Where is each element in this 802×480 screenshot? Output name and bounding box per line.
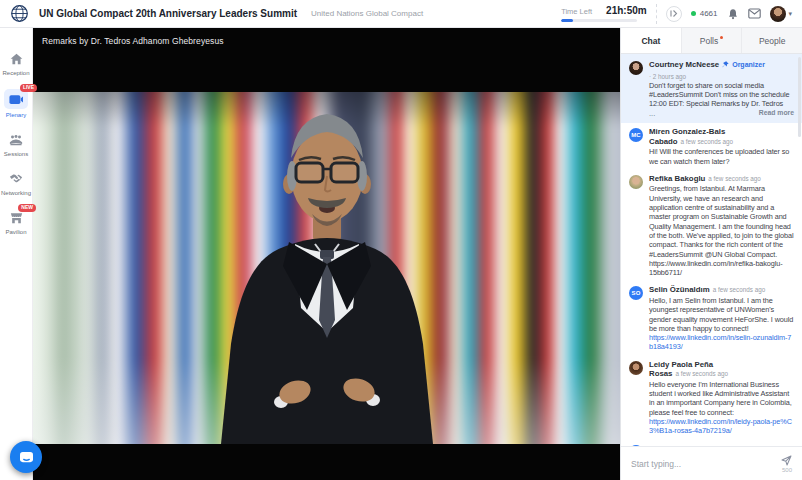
read-more-link[interactable]: Read more	[759, 109, 794, 118]
send-button[interactable]: 500	[781, 455, 792, 473]
tab-chat-label: Chat	[641, 36, 660, 46]
sidebar-item-sessions[interactable]: Sessions	[0, 131, 32, 157]
expo-icon	[10, 212, 23, 224]
message-time: a few seconds ago	[739, 445, 792, 446]
sidebar-item-networking[interactable]: Networking	[0, 170, 32, 196]
sidebar-item-pavilion[interactable]: NEW Pavilion	[0, 209, 32, 235]
avatar: MC	[629, 128, 643, 142]
char-limit: 500	[782, 467, 792, 473]
chat-input[interactable]	[631, 459, 773, 469]
viewer-count-value: 4661	[700, 9, 718, 18]
window-light	[33, 92, 123, 444]
networking-icon	[9, 173, 23, 184]
tab-polls[interactable]: Polls	[682, 28, 743, 53]
tab-people-label: People	[759, 36, 785, 46]
avatar: KV	[629, 445, 643, 446]
chat-scrollbar[interactable]	[798, 57, 801, 137]
avatar	[629, 361, 643, 375]
sidebar-item-label: Networking	[1, 190, 31, 196]
chevron-down-icon: ▾	[788, 10, 792, 18]
top-header: UN Global Compact 20th Anniversary Leade…	[0, 0, 802, 28]
new-badge: NEW	[18, 204, 36, 212]
pinned-message: Courtney McNeese Organizer 2 hours ago D…	[621, 54, 802, 123]
message-time: a few seconds ago	[681, 138, 734, 145]
chat-message: SO Selin Özünaldıma few seconds ago Hell…	[621, 281, 802, 355]
event-organization: United Nations Global Compact	[311, 9, 423, 18]
sidebar-item-plenary[interactable]: LIVE Plenary	[0, 89, 32, 118]
video-stage: Remarks by Dr. Tedros Adhanom Ghebreyesu…	[33, 28, 620, 480]
messages-button[interactable]	[748, 7, 761, 20]
notifications-button[interactable]	[726, 7, 739, 20]
stage-icon	[9, 94, 23, 105]
message-time: 2 hours ago	[649, 73, 686, 80]
chat-message: Leidy Paola Peña Rosasa few seconds ago …	[621, 356, 802, 440]
time-left-widget: Time Left 21h:50m	[561, 5, 647, 22]
message-author: Courtney McNeese	[649, 60, 719, 70]
speaker-figure	[177, 92, 477, 444]
send-icon	[781, 455, 792, 466]
message-ellipsis: ...	[649, 109, 655, 118]
sidebar-item-label: Plenary	[6, 112, 26, 118]
time-left-value: 21h:50m	[606, 5, 647, 16]
pin-icon	[722, 61, 729, 68]
support-chat-launcher[interactable]	[10, 441, 42, 473]
event-app: UN Global Compact 20th Anniversary Leade…	[0, 0, 802, 480]
chat-message: KV Koshy Ampat Varghesea few seconds ago…	[621, 440, 802, 446]
sessions-icon	[9, 134, 23, 146]
sidebar-item-reception[interactable]: Reception	[0, 50, 32, 76]
un-global-compact-logo-icon	[10, 4, 29, 23]
message-link[interactable]: https://www.linkedin.com/in/leidy-paola-…	[649, 417, 794, 436]
live-badge: LIVE	[20, 84, 37, 92]
envelope-icon	[748, 8, 761, 19]
home-icon	[10, 53, 23, 65]
message-text: Don't forget to share on social media #L…	[649, 81, 794, 109]
message-text: Hello everyone I'm International Busines…	[649, 380, 794, 417]
tab-people[interactable]: People	[742, 28, 802, 53]
profile-menu-button[interactable]: ▾	[770, 6, 792, 22]
sidebar-item-label: Sessions	[4, 151, 28, 157]
avatar: SO	[629, 286, 643, 300]
message-text: Hi! Will the conferences be uploaded lat…	[649, 147, 794, 166]
sidebar-item-label: Pavilion	[5, 229, 26, 235]
time-progress-fill	[561, 19, 572, 22]
message-text: Hello, I am Selin from Istanbul. I am th…	[649, 296, 794, 333]
header-divider	[656, 4, 657, 24]
message-author: Koshy Ampat Varghese	[649, 444, 736, 446]
message-author: Selin Özünaldım	[649, 285, 710, 294]
bell-icon	[727, 8, 739, 20]
collapse-panel-button[interactable]	[666, 6, 682, 22]
viewer-count: 4661	[691, 9, 718, 18]
chat-message: Refika Bakoglua few seconds ago Greeting…	[621, 170, 802, 281]
chat-composer: 500	[621, 446, 802, 480]
video-frame	[33, 92, 620, 444]
user-avatar	[770, 6, 786, 22]
sidebar-item-label: Reception	[2, 70, 29, 76]
message-text: Greetings, from Istanbul. At Marmara Uni…	[649, 184, 794, 277]
polls-notification-dot	[720, 36, 723, 39]
online-dot-icon	[691, 11, 696, 16]
tab-chat[interactable]: Chat	[621, 28, 682, 53]
message-time: a few seconds ago	[708, 175, 761, 182]
avatar	[629, 61, 643, 75]
chat-bubble-icon	[19, 451, 34, 464]
tab-polls-label: Polls	[700, 36, 718, 46]
video-overlay-title: Remarks by Dr. Tedros Adhanom Ghebreyesu…	[42, 36, 224, 46]
left-sidebar: Reception LIVE Plenary	[0, 28, 33, 480]
side-panel: Chat Polls People Courtney McNeese	[620, 28, 802, 480]
message-link[interactable]: https://www.linkedin.com/in/selin-ozunal…	[649, 333, 794, 352]
chat-message: MC Miren Gonzalez-Bals Cabadoa few secon…	[621, 123, 802, 170]
avatar	[629, 175, 643, 189]
event-title: UN Global Compact 20th Anniversary Leade…	[39, 8, 297, 19]
collapse-chevron-icon	[669, 9, 678, 18]
message-time: a few seconds ago	[713, 286, 766, 293]
panel-tabs: Chat Polls People	[621, 28, 802, 54]
organizer-badge: Organizer	[732, 61, 765, 68]
message-time: a few seconds ago	[675, 370, 728, 377]
chat-message-list: Courtney McNeese Organizer 2 hours ago D…	[621, 54, 802, 446]
time-progress-bar	[561, 19, 637, 22]
message-author: Refika Bakoglu	[649, 174, 705, 183]
header-actions: Time Left 21h:50m 4661	[561, 4, 792, 24]
time-left-label: Time Left	[561, 7, 592, 16]
